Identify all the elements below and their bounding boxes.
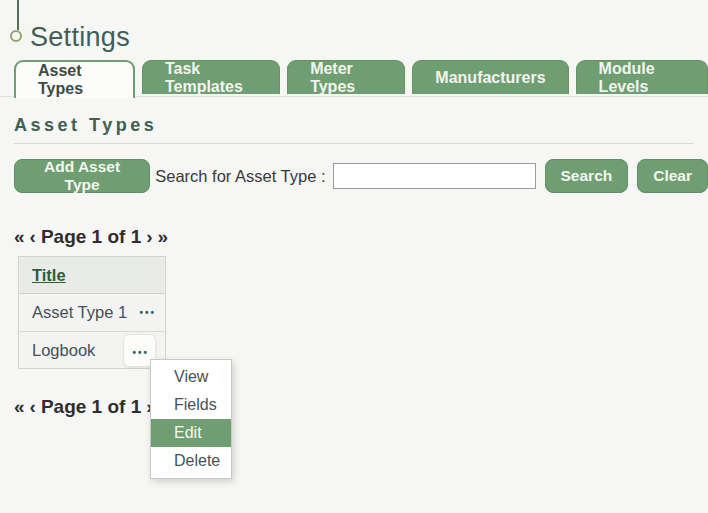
row-title: Asset Type 1	[32, 303, 127, 322]
last-page-icon[interactable]: »	[158, 226, 169, 248]
timeline-node-icon	[10, 30, 22, 42]
column-header-title[interactable]: Title	[32, 266, 66, 285]
menu-item-delete[interactable]: Delete	[151, 447, 231, 475]
clear-button[interactable]: Clear	[637, 159, 708, 193]
search-label: Search for Asset Type :	[155, 167, 325, 186]
prev-page-icon[interactable]: ‹	[30, 396, 36, 418]
tab-meter-types[interactable]: Meter Types	[287, 60, 405, 94]
add-asset-type-button[interactable]: Add Asset Type	[14, 159, 150, 193]
asset-types-table: Title Asset Type 1 ••• Logbook •••	[18, 256, 166, 369]
menu-item-edit[interactable]: Edit	[151, 419, 231, 447]
row-actions-menu-icon[interactable]: •••	[139, 308, 156, 318]
table-row: Logbook •••	[19, 331, 165, 368]
row-title: Logbook	[32, 341, 95, 360]
section-heading: Asset Types	[14, 115, 157, 136]
page-indicator: Page 1 of 1	[41, 226, 141, 248]
menu-item-view[interactable]: View	[151, 363, 231, 391]
row-actions-menu-icon: •••	[132, 347, 149, 358]
tab-manufacturers[interactable]: Manufacturers	[412, 60, 568, 94]
next-page-icon[interactable]: ›	[146, 226, 152, 248]
timeline-connector-line	[17, 0, 19, 30]
search-input[interactable]	[333, 163, 536, 189]
tab-module-levels[interactable]: Module Levels	[576, 60, 708, 94]
page-title: Settings	[30, 22, 130, 53]
asset-types-toolbar: Add Asset Type Search for Asset Type : S…	[14, 159, 708, 193]
search-button[interactable]: Search	[545, 159, 629, 193]
settings-tab-bar: Asset Types Task Templates Meter Types M…	[14, 60, 708, 98]
tab-task-templates[interactable]: Task Templates	[142, 60, 280, 94]
first-page-icon[interactable]: «	[14, 226, 25, 248]
table-header-row: Title	[19, 257, 165, 294]
first-page-icon[interactable]: «	[14, 396, 25, 418]
table-row: Asset Type 1 •••	[19, 294, 165, 331]
tab-asset-types[interactable]: Asset Types	[14, 60, 135, 98]
pagination-top: « ‹ Page 1 of 1 › »	[14, 226, 168, 248]
pagination-bottom: « ‹ Page 1 of 1 › »	[14, 396, 168, 418]
page-indicator: Page 1 of 1	[41, 396, 141, 418]
row-actions-context-menu: View Fields Edit Delete	[150, 359, 232, 479]
menu-item-fields[interactable]: Fields	[151, 391, 231, 419]
section-divider	[14, 143, 694, 144]
prev-page-icon[interactable]: ‹	[30, 226, 36, 248]
